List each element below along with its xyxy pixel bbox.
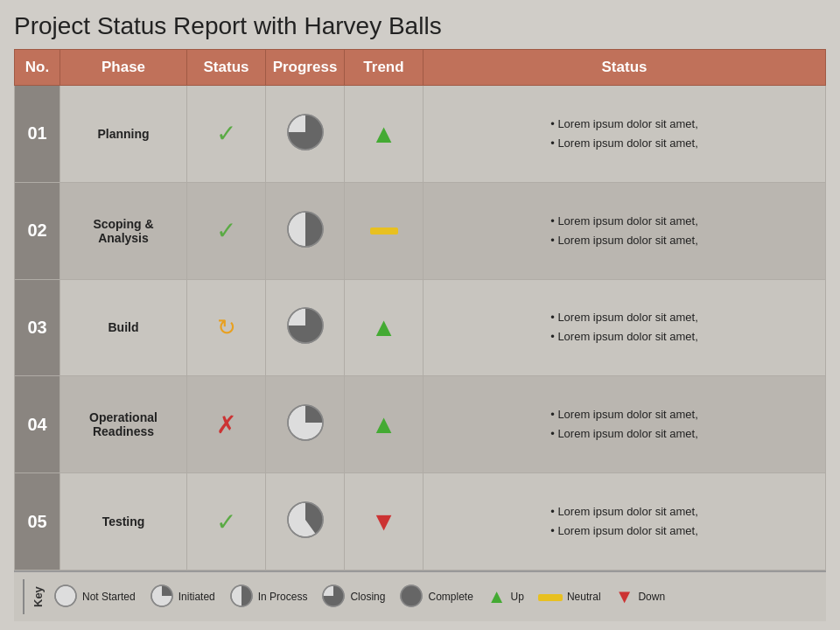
legend-label: Closing [350, 591, 385, 603]
legend-up-icon: ▲ [487, 585, 507, 607]
row-progress [266, 473, 345, 570]
row-no: 05 [15, 473, 60, 570]
desc-item: • Lorem ipsum dolor sit amet, [550, 505, 698, 518]
col-status1: Status [187, 50, 266, 86]
trend-down-icon: ▼ [371, 507, 397, 536]
row-trend: ▼ [345, 473, 424, 570]
legend-icon [538, 591, 563, 603]
row-no: 02 [15, 182, 60, 279]
legend-item: Closing [321, 584, 385, 611]
check-icon: ✓ [216, 120, 236, 147]
legend-items: Not Started Initiated In Process Closing… [53, 584, 665, 611]
legend: Key Not Started Initiated In Process Clo… [14, 570, 826, 621]
cross-icon: ✗ [216, 411, 236, 438]
trend-up-icon: ▲ [371, 410, 397, 438]
legend-label: Down [638, 591, 665, 603]
legend-item: In Process [229, 584, 308, 611]
table-wrap: No. Phase Status Progress Trend Status 0… [14, 49, 826, 570]
col-no: No. [15, 50, 60, 86]
legend-down-icon: ▼ [615, 585, 634, 607]
check-icon: ✓ [216, 217, 236, 244]
trend-neutral-icon [370, 228, 398, 234]
row-no: 04 [15, 376, 60, 473]
row-phase: Build [60, 279, 187, 376]
check-icon: ✓ [216, 508, 236, 536]
row-status: ✓ [187, 182, 266, 279]
desc-item: • Lorem ipsum dolor sit amet, [550, 427, 698, 440]
desc-item: • Lorem ipsum dolor sit amet, [550, 117, 698, 130]
legend-label: Not Started [82, 591, 136, 603]
row-status: ↻ [187, 279, 266, 376]
row-no: 03 [15, 279, 60, 376]
trend-up-icon: ▲ [371, 312, 397, 341]
trend-up-icon: ▲ [371, 119, 397, 148]
row-status: ✗ [187, 376, 266, 473]
desc-item: • Lorem ipsum dolor sit amet, [550, 524, 698, 537]
legend-icon [229, 584, 254, 611]
legend-item: ▲ Up [487, 585, 524, 608]
row-desc: • Lorem ipsum dolor sit amet,• Lorem ips… [424, 473, 826, 570]
table-header: No. Phase Status Progress Trend Status [15, 50, 826, 86]
desc-item: • Lorem ipsum dolor sit amet, [550, 408, 698, 421]
row-status: ✓ [187, 473, 266, 570]
row-progress [266, 279, 345, 376]
legend-label: In Process [258, 591, 308, 603]
row-desc: • Lorem ipsum dolor sit amet,• Lorem ips… [424, 279, 826, 376]
legend-icon [321, 584, 346, 611]
legend-item: ▼ Down [615, 585, 665, 608]
legend-label: Complete [428, 591, 472, 603]
desc-item: • Lorem ipsum dolor sit amet, [550, 136, 698, 150]
legend-item: Complete [399, 584, 472, 611]
row-desc: • Lorem ipsum dolor sit amet,• Lorem ips… [424, 376, 826, 473]
table-row: 02 Scoping & Analysis ✓ • Lorem ipsum do… [15, 182, 826, 279]
legend-icon [150, 584, 174, 611]
row-phase: Planning [60, 86, 187, 183]
col-trend: Trend [345, 50, 424, 86]
col-status2: Status [424, 50, 826, 86]
main-table: No. Phase Status Progress Trend Status 0… [14, 49, 826, 570]
legend-item: Not Started [53, 584, 136, 611]
row-trend [345, 182, 424, 279]
row-phase: Testing [60, 473, 187, 570]
row-trend: ▲ [345, 376, 424, 473]
row-trend: ▲ [345, 279, 424, 376]
legend-icon [399, 584, 424, 611]
row-desc: • Lorem ipsum dolor sit amet,• Lorem ips… [424, 86, 826, 183]
row-progress [266, 86, 345, 183]
legend-label: Neutral [567, 591, 601, 603]
page: Project Status Report with Harvey Balls … [0, 0, 840, 630]
desc-item: • Lorem ipsum dolor sit amet, [550, 234, 698, 247]
row-status: ✓ [187, 86, 266, 183]
row-no: 01 [15, 86, 60, 183]
legend-neutral-icon [538, 594, 563, 601]
row-progress [266, 376, 345, 473]
legend-label: Initiated [178, 591, 215, 603]
legend-key-label: Key [23, 579, 45, 614]
desc-item: • Lorem ipsum dolor sit amet, [550, 214, 698, 228]
table-row: 04 Operational Readiness ✗ ▲ • Lorem ips… [15, 376, 826, 473]
row-phase: Scoping & Analysis [60, 182, 187, 279]
row-phase: Operational Readiness [60, 376, 187, 473]
row-desc: • Lorem ipsum dolor sit amet,• Lorem ips… [424, 182, 826, 279]
legend-icon: ▲ [487, 585, 507, 608]
desc-item: • Lorem ipsum dolor sit amet, [550, 311, 698, 324]
col-progress: Progress [266, 50, 345, 86]
table-row: 05 Testing ✓ ▼ • Lorem ipsum dolor sit a… [15, 473, 826, 570]
desc-item: • Lorem ipsum dolor sit amet, [550, 330, 698, 343]
legend-icon: ▼ [615, 585, 634, 608]
table-row: 03 Build ↻ ▲ • Lorem ipsum dolor sit ame… [15, 279, 826, 376]
row-progress [266, 182, 345, 279]
cycle-icon: ↻ [217, 314, 236, 340]
page-title: Project Status Report with Harvey Balls [14, 12, 826, 40]
row-trend: ▲ [345, 86, 424, 183]
legend-item: Neutral [538, 591, 601, 603]
legend-label: Up [511, 591, 524, 603]
legend-item: Initiated [150, 584, 215, 611]
legend-icon [53, 584, 78, 611]
col-phase: Phase [60, 50, 187, 86]
table-row: 01 Planning ✓ ▲ • Lorem ipsum dolor sit … [15, 86, 826, 183]
